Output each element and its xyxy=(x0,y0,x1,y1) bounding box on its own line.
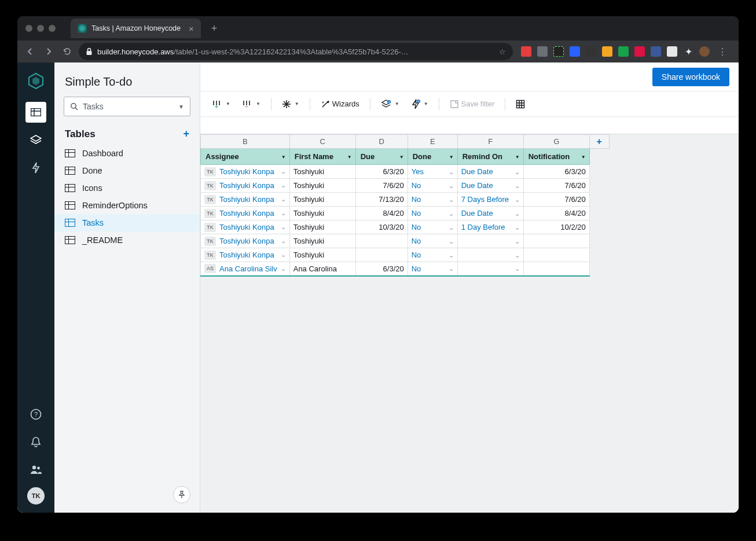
cell-due[interactable]: 6/3/20 xyxy=(355,262,408,276)
add-table-button[interactable]: + xyxy=(183,128,189,140)
sidebar-item-dashboard[interactable]: Dashboard xyxy=(54,145,200,162)
cell-assignee[interactable]: TKToshiyuki Konpa⌄ xyxy=(201,193,290,207)
cell-done[interactable]: No⌄ xyxy=(408,234,457,248)
filter-icon[interactable]: ▼ xyxy=(449,154,454,159)
grid-scroll-area[interactable]: B C D E F G + Assignee▼ First Name▼ Due▼… xyxy=(200,134,739,513)
profile-avatar-icon[interactable] xyxy=(699,46,710,57)
browser-menu-icon[interactable]: ⋮ xyxy=(715,45,729,58)
sidebar-item-icons[interactable]: Icons xyxy=(54,179,200,197)
rail-builder-icon[interactable] xyxy=(25,130,46,150)
sidebar-item-reminderoptions[interactable]: ReminderOptions xyxy=(54,197,200,214)
extension-icon[interactable] xyxy=(553,46,564,57)
cell-notification[interactable]: 10/2/20 xyxy=(523,220,589,234)
extension-icon[interactable] xyxy=(618,46,629,57)
cell-remind-on[interactable]: Due Date⌄ xyxy=(457,207,523,220)
window-close-icon[interactable] xyxy=(25,25,32,32)
extension-icon[interactable] xyxy=(537,46,548,57)
cell-first-name[interactable]: Toshiyuki xyxy=(289,179,355,193)
cell-first-name[interactable]: Toshiyuki xyxy=(289,165,355,179)
cell-first-name[interactable]: Ana Carolina xyxy=(289,262,355,276)
rail-team-icon[interactable] xyxy=(25,459,46,480)
sidebar-item-tasks[interactable]: Tasks xyxy=(54,214,200,231)
column-header-done[interactable]: Done▼ xyxy=(408,149,457,165)
cell-due[interactable]: 7/6/20 xyxy=(355,179,408,193)
bookmark-star-icon[interactable]: ☆ xyxy=(499,47,506,56)
extension-icon[interactable] xyxy=(667,46,677,57)
window-minimize-icon[interactable] xyxy=(37,25,44,32)
cell-remind-on[interactable]: ⌄ xyxy=(457,262,523,276)
filter-icon[interactable]: ▼ xyxy=(399,154,404,159)
rail-help-icon[interactable]: ? xyxy=(25,404,46,425)
cell-remind-on[interactable]: Due Date⌄ xyxy=(457,165,523,179)
column-letter[interactable]: E xyxy=(408,135,457,149)
cell-due[interactable] xyxy=(355,248,408,262)
cell-due[interactable]: 8/4/20 xyxy=(355,207,408,220)
cell-done[interactable]: No⌄ xyxy=(408,207,457,220)
cell-due[interactable] xyxy=(355,234,408,248)
cell-notification[interactable]: 7/6/20 xyxy=(523,179,589,193)
freeze-button[interactable]: ▼ xyxy=(277,95,304,113)
extensions-puzzle-icon[interactable]: ✦ xyxy=(683,46,693,57)
honeycode-logo-icon[interactable] xyxy=(25,71,46,91)
cell-remind-on[interactable]: ⌄ xyxy=(457,248,523,262)
cell-notification[interactable]: 8/4/20 xyxy=(523,207,589,220)
column-letter[interactable]: B xyxy=(201,135,290,149)
filter-icon[interactable]: ▼ xyxy=(581,154,586,159)
table-selector[interactable]: Tasks ▼ xyxy=(64,97,190,116)
tab-close-icon[interactable]: × xyxy=(189,24,194,34)
column-header-notification[interactable]: Notification▼ xyxy=(523,149,589,165)
cell-first-name[interactable]: Toshiyuki xyxy=(289,220,355,234)
cell-assignee[interactable]: TKToshiyuki Konpa⌄ xyxy=(201,234,290,248)
column-letter[interactable]: C xyxy=(289,135,355,149)
cell-remind-on[interactable]: 1 Day Before⌄ xyxy=(457,220,523,234)
cell-due[interactable]: 10/3/20 xyxy=(355,220,408,234)
cell-done[interactable]: No⌄ xyxy=(408,193,457,207)
layers-button[interactable]: +▼ xyxy=(376,95,404,113)
cell-notification[interactable]: 6/3/20 xyxy=(523,165,589,179)
column-letter[interactable]: D xyxy=(355,135,408,149)
browser-tab[interactable]: Tasks | Amazon Honeycode × xyxy=(71,19,201,38)
extension-icon[interactable] xyxy=(651,46,661,57)
extension-icon[interactable] xyxy=(602,46,612,57)
cell-remind-on[interactable]: ⌄ xyxy=(457,234,523,248)
share-workbook-button[interactable]: Share workbook xyxy=(652,68,729,86)
filter-icon[interactable]: ▼ xyxy=(515,154,520,159)
cell-first-name[interactable]: Toshiyuki xyxy=(289,234,355,248)
filter-icon[interactable]: ▼ xyxy=(347,154,352,159)
reload-button[interactable] xyxy=(60,45,74,58)
column-letter[interactable]: F xyxy=(457,135,523,149)
cell-first-name[interactable]: Toshiyuki xyxy=(289,207,355,220)
add-column-button[interactable]: + xyxy=(589,135,609,149)
insert-column-button[interactable]: +▼ xyxy=(207,95,235,113)
cell-done[interactable]: No⌄ xyxy=(408,220,457,234)
rail-notifications-icon[interactable] xyxy=(25,432,46,452)
cell-assignee[interactable]: TKToshiyuki Konpa⌄ xyxy=(201,248,290,262)
rail-user-avatar[interactable]: TK xyxy=(27,487,45,505)
pin-sidebar-button[interactable] xyxy=(173,486,190,503)
cell-remind-on[interactable]: 7 Days Before⌄ xyxy=(457,193,523,207)
rail-tables-icon[interactable] xyxy=(25,102,46,123)
column-header-firstname[interactable]: First Name▼ xyxy=(289,149,355,165)
column-header-assignee[interactable]: Assignee▼ xyxy=(201,149,290,165)
cell-notification[interactable] xyxy=(523,248,589,262)
delete-column-button[interactable]: −▼ xyxy=(237,95,265,113)
rail-automations-icon[interactable] xyxy=(25,157,46,178)
forward-button[interactable] xyxy=(42,45,56,58)
cell-notification[interactable] xyxy=(523,234,589,248)
column-header-due[interactable]: Due▼ xyxy=(355,149,408,165)
cell-assignee[interactable]: TKToshiyuki Konpa⌄ xyxy=(201,165,290,179)
column-header-remindon[interactable]: Remind On▼ xyxy=(457,149,523,165)
cell-assignee[interactable]: ASAna Carolina Silv⌄ xyxy=(201,262,290,276)
extension-icon[interactable] xyxy=(634,46,645,57)
cell-due[interactable]: 7/13/20 xyxy=(355,193,408,207)
cell-done[interactable]: No⌄ xyxy=(408,262,457,276)
cell-first-name[interactable]: Toshiyuki xyxy=(289,248,355,262)
column-letter[interactable]: G xyxy=(523,135,589,149)
cell-assignee[interactable]: TKToshiyuki Konpa⌄ xyxy=(201,179,290,193)
cell-notification[interactable] xyxy=(523,262,589,276)
cell-notification[interactable]: 7/6/20 xyxy=(523,193,589,207)
cell-done[interactable]: No⌄ xyxy=(408,179,457,193)
address-bar[interactable]: builder.honeycode.aws/table/1-us-west-2%… xyxy=(79,43,513,60)
filter-icon[interactable]: ▼ xyxy=(281,154,286,159)
cell-assignee[interactable]: TKToshiyuki Konpa⌄ xyxy=(201,220,290,234)
